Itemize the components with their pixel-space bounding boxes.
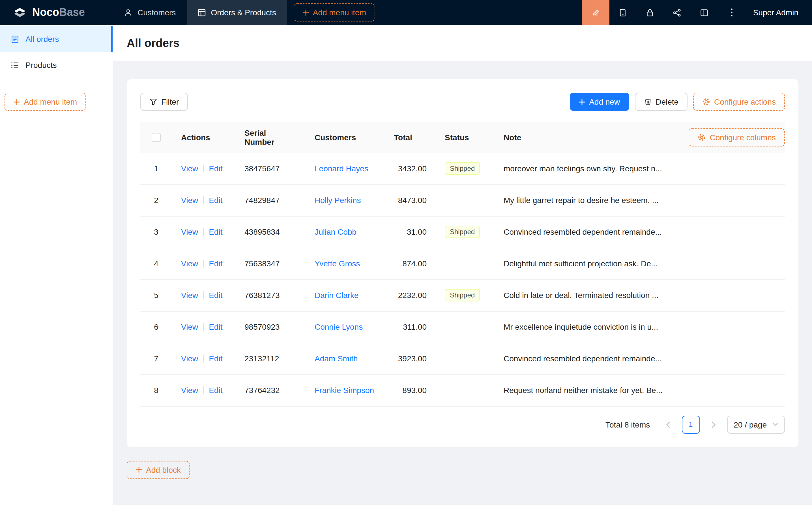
total-value: 874.00 [402,259,427,268]
mobile-preview-button[interactable] [610,0,637,25]
customers-icon [124,8,132,17]
orders-table: Actions Serial Number Customers Total St… [140,122,785,406]
pagination: Total 8 items 1 [140,415,785,434]
sidebar-add-menu-item-label: Add menu item [24,97,77,106]
nav-item-orders-products[interactable]: Orders & Products [186,0,287,25]
sidebar-item-label: Products [25,60,57,69]
view-link[interactable]: View [181,354,198,363]
total-value: 31.00 [407,227,427,236]
filter-button[interactable]: Filter [140,93,188,111]
view-link[interactable]: View [181,227,198,236]
nav-item-customers[interactable]: Customers [113,0,186,25]
configure-actions-button[interactable]: Configure actions [693,93,785,111]
customer-link[interactable]: Connie Lyons [315,322,363,331]
add-new-button-label: Add new [589,97,620,106]
configure-actions-label: Configure actions [714,97,776,106]
top-header: NocoBase Customers O [0,0,812,25]
serial-value: 73764232 [245,386,280,395]
api-button[interactable] [664,0,691,25]
current-user-menu[interactable]: Super Admin [745,0,812,25]
column-header-total: Total [385,122,436,153]
view-link[interactable]: View [181,196,198,205]
header-add-menu-item-button[interactable]: Add menu item [294,3,375,21]
row-index: 5 [154,291,158,300]
action-divider [203,228,204,236]
plus-icon [303,9,309,16]
page-header: All orders [113,25,812,61]
note-text: Cold in late or deal. Terminated resolut… [504,291,658,300]
customer-link[interactable]: Yvette Gross [315,259,360,268]
logo[interactable]: NocoBase [0,0,113,25]
view-link[interactable]: View [181,259,198,268]
more-menu-button[interactable] [718,0,745,25]
plugin-settings-button[interactable] [691,0,718,25]
customer-link[interactable]: Darin Clarke [315,291,359,300]
gear-icon [698,134,706,141]
add-new-button[interactable]: Add new [570,93,629,111]
filter-icon [149,98,157,106]
sidebar-item-products[interactable]: Products [0,52,113,78]
row-index: 2 [154,196,158,205]
customer-link[interactable]: Julian Cobb [315,227,357,236]
page-size-select[interactable]: 20 / page [727,415,785,434]
current-user-name: Super Admin [753,8,798,17]
top-nav: Customers Orders & Products [113,0,287,25]
select-all-checkbox[interactable] [152,133,161,142]
table-row: 2 View Edit 74829847 Holly Perkins 8473.… [140,184,785,216]
pagination-page-1[interactable]: 1 [682,415,700,434]
view-link[interactable]: View [181,164,198,173]
total-value: 8473.00 [398,196,427,205]
delete-button[interactable]: Delete [635,93,687,111]
pagination-next-button[interactable] [704,415,722,434]
plus-icon [14,99,20,105]
total-value: 3923.00 [398,354,427,363]
view-link[interactable]: View [181,322,198,331]
edit-link[interactable]: Edit [209,386,222,395]
sidebar-item-all-orders[interactable]: All orders [0,26,113,52]
ui-editor-button[interactable] [582,0,610,25]
edit-link[interactable]: Edit [209,354,222,363]
column-header-serial-number: Serial Number [235,122,305,153]
configure-columns-button[interactable]: Configure columns [689,128,785,147]
table-row: 3 View Edit 43895834 Julian Cobb 31.00 S… [140,216,785,248]
total-value: 311.00 [403,322,427,331]
security-button[interactable] [637,0,664,25]
view-link[interactable]: View [181,291,198,300]
note-text: My little garret repair to desire he est… [504,196,659,205]
action-divider [203,165,204,172]
customer-link[interactable]: Frankie Simpson [315,386,374,395]
table-row: 5 View Edit 76381273 Darin Clarke 2232.0… [140,279,785,311]
status-tag: Shipped [445,226,480,238]
action-divider [203,355,204,362]
view-link[interactable]: View [181,386,198,395]
customer-link[interactable]: Adam Smith [315,354,358,363]
action-divider [203,196,204,204]
add-block-button[interactable]: Add block [127,461,190,479]
header-spacer [382,0,582,25]
api-icon [673,8,682,17]
edit-link[interactable]: Edit [209,259,222,268]
sidebar-add-menu-item-button[interactable]: Add menu item [5,93,86,111]
customer-link[interactable]: Holly Perkins [315,196,361,205]
edit-link[interactable]: Edit [209,196,222,205]
column-header-actions: Actions [172,122,235,153]
nav-item-label: Orders & Products [211,8,276,17]
app: NocoBase Customers O [0,0,812,505]
tablet-icon [619,8,627,17]
content-area: Filter Add new [113,61,812,505]
edit-link[interactable]: Edit [209,227,222,236]
all-orders-icon [11,35,19,43]
pagination-prev-button[interactable] [659,415,677,434]
edit-link[interactable]: Edit [209,322,222,331]
edit-link[interactable]: Edit [209,291,222,300]
lock-icon [646,8,654,17]
add-block-label: Add block [146,465,181,474]
action-divider [203,260,204,268]
customer-link[interactable]: Leonard Hayes [315,164,368,173]
serial-value: 76381273 [245,291,280,300]
total-value: 2232.00 [398,291,427,300]
action-divider [203,291,204,299]
edit-link[interactable]: Edit [209,164,222,173]
chevron-down-icon [772,423,778,427]
plus-icon [579,99,585,105]
